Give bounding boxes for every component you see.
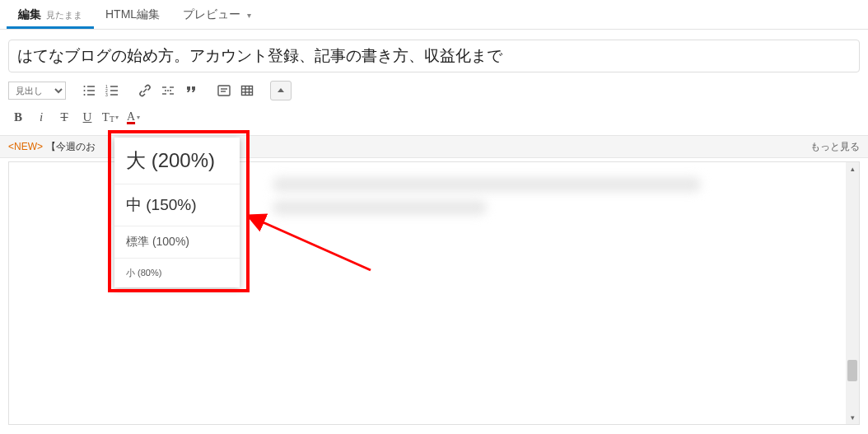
italic-button[interactable]: i (31, 107, 51, 127)
unordered-list-button[interactable] (79, 81, 99, 100)
editor-tabs: 編集 見たまま HTML編集 プレビュー ▾ (0, 0, 868, 30)
scrollbar-thumb[interactable] (847, 360, 857, 381)
tab-edit-sublabel: 見たまま (46, 9, 82, 21)
link-button[interactable] (135, 81, 155, 100)
font-size-button[interactable]: TT▾ (100, 107, 120, 127)
heading-select[interactable]: 見出し (8, 82, 66, 100)
font-size-menu: 大 (200%) 中 (150%) 標準 (100%) 小 (80%) (114, 138, 240, 287)
strikethrough-button[interactable]: T (54, 107, 74, 127)
tab-html[interactable]: HTML編集 (94, 1, 171, 29)
tab-edit[interactable]: 編集 見たまま (7, 1, 94, 29)
bold-button[interactable]: B (8, 107, 28, 127)
tab-preview[interactable]: プレビュー ▾ (171, 1, 263, 29)
table-button[interactable] (237, 81, 257, 100)
read-more-button[interactable] (158, 81, 178, 100)
tab-edit-label: 編集 (18, 7, 41, 22)
font-size-option-medium[interactable]: 中 (150%) (114, 184, 240, 226)
tab-html-label: HTML編集 (105, 7, 160, 22)
scrollbar-track[interactable]: ▴ ▾ (846, 162, 859, 424)
notice-more-link[interactable]: もっと見る (810, 140, 860, 154)
chevron-down-icon: ▾ (247, 11, 251, 20)
notice-new-badge: <NEW> (8, 141, 43, 152)
ordered-list-button[interactable]: 123 (102, 81, 122, 100)
font-size-option-small[interactable]: 小 (80%) (114, 259, 240, 287)
underline-button[interactable]: U (77, 107, 97, 127)
editor-toolbar: 見出し 123 B i T U (0, 79, 868, 128)
font-size-option-normal[interactable]: 標準 (100%) (114, 226, 240, 259)
scroll-up-arrow-icon[interactable]: ▴ (846, 162, 859, 175)
svg-rect-20 (242, 86, 253, 96)
svg-text:3: 3 (105, 92, 108, 97)
svg-rect-17 (218, 86, 230, 96)
post-title-input[interactable] (8, 40, 860, 72)
svg-point-4 (84, 94, 86, 96)
blockquote-button[interactable] (181, 81, 201, 100)
font-size-option-large[interactable]: 大 (200%) (114, 138, 240, 184)
svg-point-0 (84, 86, 86, 87)
collapse-toolbar-button[interactable] (270, 81, 292, 100)
svg-point-2 (84, 90, 86, 91)
codeblock-button[interactable] (214, 81, 234, 100)
title-wrap (0, 30, 868, 79)
scroll-down-arrow-icon[interactable]: ▾ (846, 411, 859, 424)
tab-preview-label: プレビュー (183, 7, 240, 22)
notice-text: 【今週のお (46, 140, 96, 154)
font-color-button[interactable]: A▾ (124, 107, 143, 127)
